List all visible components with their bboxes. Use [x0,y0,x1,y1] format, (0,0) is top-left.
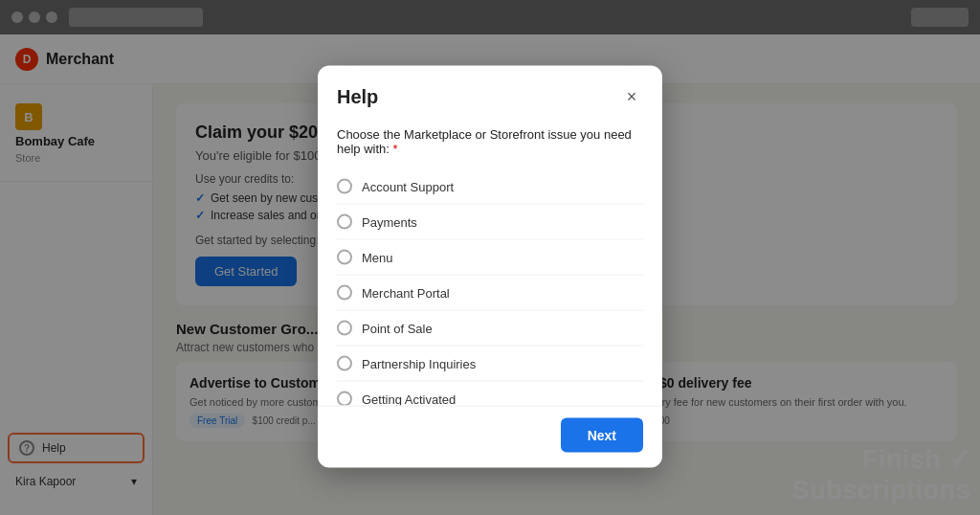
help-modal: Help × Choose the Marketplace or Storefr… [318,66,662,468]
required-marker: * [390,142,398,156]
radio-option-getting-activated[interactable]: Getting Activated [337,382,643,406]
radio-option-menu[interactable]: Menu [337,240,643,276]
radio-circle-getting-activated [337,392,352,406]
modal-body: Choose the Marketplace or Storefront iss… [318,120,662,406]
radio-label-partnership-inquiries: Partnership Inquiries [362,356,476,370]
radio-circle-merchant-portal [337,285,352,301]
radio-label-payments: Payments [362,214,417,229]
radio-option-merchant-portal[interactable]: Merchant Portal [337,276,643,311]
modal-header: Help × [318,66,662,120]
radio-option-payments[interactable]: Payments [337,205,643,240]
browser-dots [11,11,57,23]
browser-chrome [0,0,980,34]
radio-circle-account-support [337,179,352,194]
radio-label-menu: Menu [362,250,393,264]
radio-circle-payments [337,214,352,230]
radio-option-partnership-inquiries[interactable]: Partnership Inquiries [337,347,643,382]
radio-circle-menu [337,250,352,265]
radio-label-point-of-sale: Point of Sale [362,321,433,335]
modal-footer: Next [318,406,662,468]
browser-action-area [911,8,969,27]
dot-3 [46,11,57,23]
browser-url-bar[interactable] [69,8,203,27]
modal-question: Choose the Marketplace or Storefront iss… [337,127,643,156]
radio-circle-partnership-inquiries [337,356,352,371]
modal-title: Help [337,85,378,107]
next-button[interactable]: Next [561,418,643,453]
dot-1 [11,11,23,23]
radio-circle-point-of-sale [337,321,352,336]
app-container: D Merchant B Bombay Cafe Store ? Help Ki… [0,34,980,515]
radio-option-point-of-sale[interactable]: Point of Sale [337,311,643,347]
modal-close-button[interactable]: × [620,85,643,108]
radio-label-merchant-portal: Merchant Portal [362,285,450,300]
dot-2 [29,11,40,23]
radio-label-getting-activated: Getting Activated [362,392,456,406]
radio-label-account-support: Account Support [362,179,454,193]
radio-option-account-support[interactable]: Account Support [337,169,643,205]
